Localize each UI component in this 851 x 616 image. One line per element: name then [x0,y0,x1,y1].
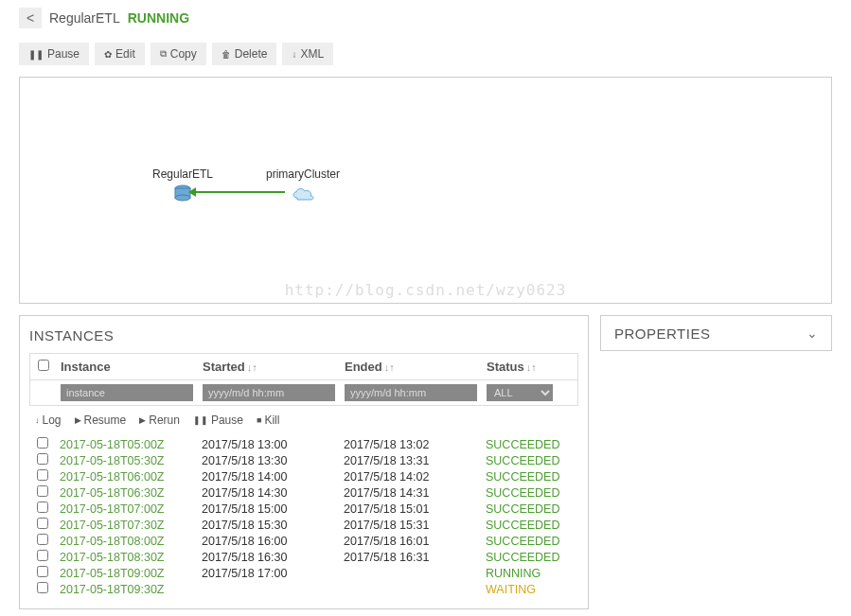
row-checkbox[interactable] [37,518,48,529]
instance-link[interactable]: 2017-05-18T09:30Z [60,583,192,596]
table-row: 2017-05-18T07:30Z2017/5/18 15:302017/5/1… [29,517,578,533]
instance-started: 2017/5/18 16:30 [202,551,334,564]
gear-icon: ✿ [104,49,112,60]
instance-ended: 2017/5/18 15:31 [344,519,476,532]
instance-link[interactable]: 2017-05-18T07:30Z [60,519,192,532]
sort-icon: ↓↑ [384,361,395,373]
table-row: 2017-05-18T07:00Z2017/5/18 15:002017/5/1… [29,501,578,517]
instance-link[interactable]: 2017-05-18T07:00Z [60,502,192,516]
chevron-down-icon: ⌄ [807,326,818,341]
diagram-node-feed[interactable]: RegularETL [152,167,213,204]
trash-icon: 🗑 [222,49,231,60]
watermark-text: http://blog.csdn.net/wzy0623 [285,281,567,299]
row-checkbox[interactable] [37,502,48,513]
properties-panel[interactable]: PROPERTIES ⌄ [600,315,832,351]
xml-button[interactable]: ↓XML [282,43,333,65]
action-toolbar: ❚❚Pause ✿Edit ⧉Copy 🗑Delete ↓XML [19,43,832,65]
instance-started: 2017/5/18 15:30 [202,519,334,532]
sort-icon: ↓↑ [526,361,537,373]
instance-link[interactable]: 2017-05-18T05:00Z [60,438,192,451]
instance-link[interactable]: 2017-05-18T08:30Z [60,551,192,564]
column-ended[interactable]: Ended↓↑ [345,360,477,374]
instance-status: SUCCEEDED [486,438,571,451]
instance-status: SUCCEEDED [486,486,571,500]
pause-icon: ❚❚ [193,415,208,425]
table-row: 2017-05-18T05:00Z2017/5/18 13:002017/5/1… [29,436,578,452]
filter-status-select[interactable]: ALL [487,384,553,401]
row-checkbox[interactable] [37,437,48,449]
instance-ended: 2017/5/18 16:01 [344,535,476,548]
filter-instance-input[interactable] [61,384,193,401]
row-checkbox[interactable] [37,534,48,545]
edit-button[interactable]: ✿Edit [95,43,145,65]
kill-action[interactable]: ■Kill [257,414,279,427]
row-checkbox[interactable] [37,550,48,561]
instance-started: 2017/5/18 15:00 [202,502,334,516]
instances-filter-row: ALL [29,379,578,406]
instance-status: SUCCEEDED [486,519,571,532]
header-bar: < RegularETL RUNNING [19,8,832,28]
instance-status: SUCCEEDED [486,535,571,548]
instance-started: 2017/5/18 13:30 [202,454,334,467]
instance-started: 2017/5/18 14:30 [202,486,334,500]
download-icon: ↓ [35,415,40,425]
instance-status: SUCCEEDED [486,551,571,564]
filter-ended-input[interactable] [345,384,477,401]
cloud-icon [290,185,316,202]
instance-ended: 2017/5/18 13:31 [344,454,476,467]
instance-ended: 2017/5/18 16:31 [344,551,476,564]
back-button[interactable]: < [19,8,42,28]
log-action[interactable]: ↓Log [35,414,62,427]
instance-link[interactable]: 2017-05-18T09:00Z [60,567,192,580]
delete-button[interactable]: 🗑Delete [212,43,277,65]
column-started[interactable]: Started↓↑ [203,360,335,374]
select-all-checkbox[interactable] [38,360,49,371]
row-checkbox[interactable] [37,566,48,577]
instance-ended: 2017/5/18 14:31 [344,486,476,500]
stop-icon: ■ [257,415,261,425]
instance-status: RUNNING [486,567,571,580]
column-instance[interactable]: Instance [61,360,193,374]
instance-status: SUCCEEDED [486,502,571,516]
table-row: 2017-05-18T09:30ZWAITING [29,581,578,597]
play-icon: ▶ [75,415,81,425]
instance-started: 2017/5/18 13:00 [202,438,334,451]
pause-button[interactable]: ❚❚Pause [19,43,89,65]
instance-link[interactable]: 2017-05-18T05:30Z [60,454,192,467]
panels-row: INSTANCES Instance Started↓↑ Ended↓↑ Sta… [19,315,832,609]
table-row: 2017-05-18T05:30Z2017/5/18 13:302017/5/1… [29,452,578,468]
table-row: 2017-05-18T06:30Z2017/5/18 14:302017/5/1… [29,484,578,501]
row-checkbox[interactable] [37,469,48,481]
diagram-node-label: primaryCluster [266,167,340,181]
instance-started: 2017/5/18 17:00 [202,567,334,580]
instances-rows: 2017-05-18T05:00Z2017/5/18 13:002017/5/1… [29,436,578,597]
instance-ended: 2017/5/18 14:02 [344,470,476,484]
instance-ended: 2017/5/18 15:01 [344,502,476,516]
table-row: 2017-05-18T09:00Z2017/5/18 17:00RUNNING [29,565,578,581]
instances-title: INSTANCES [29,327,578,343]
row-checkbox[interactable] [37,453,48,465]
feed-name: RegularETL [49,10,120,26]
instance-link[interactable]: 2017-05-18T06:30Z [60,486,192,500]
instances-table-header: Instance Started↓↑ Ended↓↑ Status↓↑ [29,353,578,379]
diagram-node-cluster[interactable]: primaryCluster [266,167,340,204]
sort-icon: ↓↑ [247,361,257,373]
instance-ended: 2017/5/18 13:02 [344,438,476,451]
column-status[interactable]: Status↓↑ [487,360,562,374]
filter-started-input[interactable] [203,384,335,401]
table-row: 2017-05-18T08:30Z2017/5/18 16:302017/5/1… [29,549,578,565]
lineage-diagram[interactable]: RegularETL primaryCluster http://blog.cs… [19,77,832,304]
row-checkbox[interactable] [37,582,48,593]
table-row: 2017-05-18T08:00Z2017/5/18 16:002017/5/1… [29,533,578,549]
pause-icon: ❚❚ [28,49,44,60]
copy-button[interactable]: ⧉Copy [151,43,206,65]
instance-status: SUCCEEDED [486,470,571,484]
instance-link[interactable]: 2017-05-18T06:00Z [60,470,192,484]
instance-link[interactable]: 2017-05-18T08:00Z [60,535,192,548]
resume-action[interactable]: ▶Resume [75,414,127,427]
rerun-action[interactable]: ▶Rerun [139,414,180,427]
instance-started: 2017/5/18 16:00 [202,535,334,548]
pause-action[interactable]: ❚❚Pause [193,414,243,427]
instance-actions: ↓Log ▶Resume ▶Rerun ❚❚Pause ■Kill [29,406,578,436]
row-checkbox[interactable] [37,485,48,497]
